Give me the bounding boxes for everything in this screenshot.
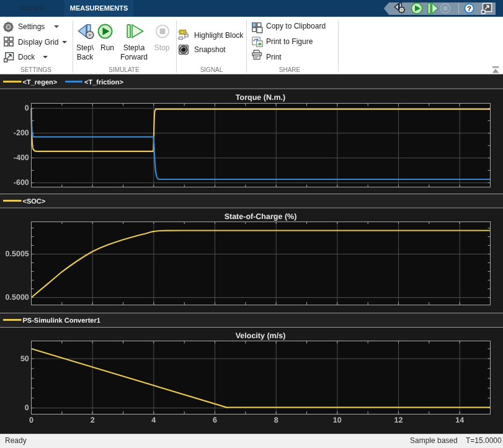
svg-text:<T_friction>: <T_friction> (84, 79, 123, 86)
svg-text:State-of-Charge (%): State-of-Charge (%) (225, 212, 297, 221)
svg-text:50: 50 (20, 354, 29, 363)
svg-text:Torque (N.m.): Torque (N.m.) (236, 93, 285, 102)
svg-text:8: 8 (274, 416, 278, 424)
svg-text:12: 12 (394, 416, 403, 424)
svg-text:<T_regen>: <T_regen> (23, 79, 58, 86)
svg-text:6: 6 (213, 416, 217, 424)
svg-text:10: 10 (333, 416, 342, 424)
svg-text:0.5000: 0.5000 (6, 293, 29, 302)
svg-text:PS-Simulink Converter1: PS-Simulink Converter1 (23, 317, 100, 325)
svg-text:-600: -600 (14, 178, 29, 187)
svg-text:4: 4 (151, 416, 156, 424)
svg-text:0: 0 (25, 403, 29, 412)
svg-text:0.5005: 0.5005 (6, 249, 29, 258)
svg-text:Velocity (m/s): Velocity (m/s) (236, 331, 286, 340)
svg-text:14: 14 (455, 416, 464, 424)
svg-text:<SOC>: <SOC> (23, 198, 46, 205)
svg-text:2: 2 (91, 416, 95, 424)
svg-text:0: 0 (29, 416, 33, 424)
svg-text:-200: -200 (14, 128, 29, 137)
svg-text:?: ? (467, 5, 471, 12)
svg-text:0: 0 (25, 104, 29, 112)
svg-text:-400: -400 (14, 153, 29, 162)
